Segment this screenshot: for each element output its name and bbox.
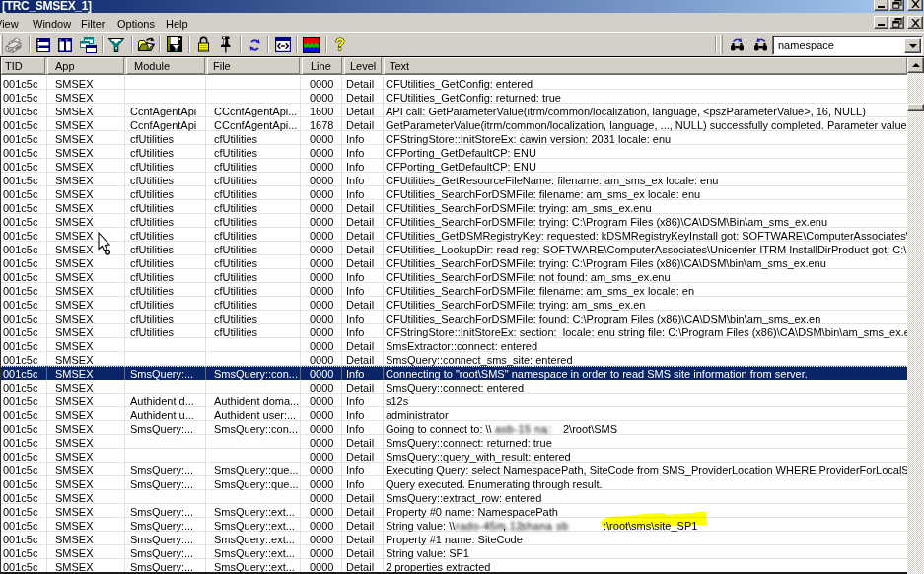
svg-text:?: ? — [335, 36, 345, 53]
